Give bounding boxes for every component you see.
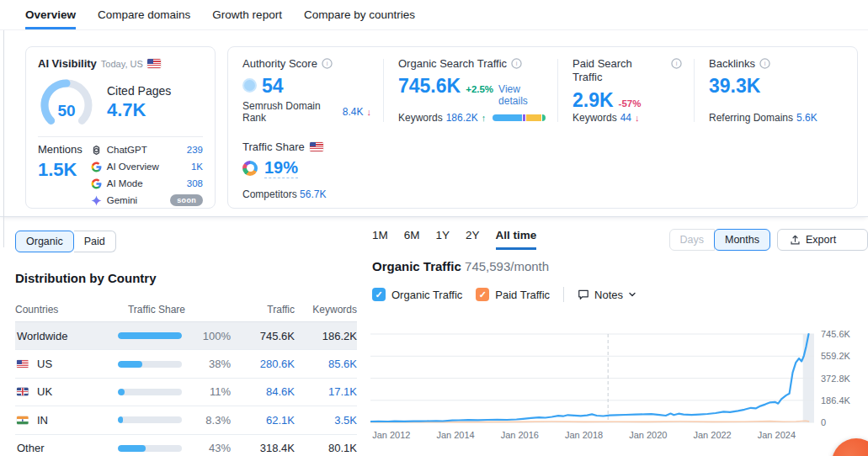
platform-row-ai-overview[interactable]: AI Overview 1K	[91, 160, 203, 173]
organic-search-traffic-block: Organic Search Traffic i 745.6K +2.5% Vi…	[384, 57, 557, 124]
range-tab-1m[interactable]: 1M	[372, 229, 388, 250]
table-row-in[interactable]: IN 8.3% 62.1K 3.5K	[15, 406, 357, 434]
table-row-worldwide[interactable]: Worldwide 100% 745.6K 186.2K	[15, 322, 357, 350]
view-details-link[interactable]: View details	[498, 83, 546, 107]
google-icon	[91, 162, 102, 172]
us-flag-icon	[310, 142, 323, 151]
export-label: Export	[806, 234, 836, 246]
paid-search-traffic-block: Paid Search Traffic i 2.9K -57% Keywords…	[558, 57, 694, 124]
chart-subtitle: 745,593/month	[465, 259, 549, 273]
chevron-down-icon	[628, 290, 636, 299]
x-axis-tick: Jan 2012	[372, 430, 410, 440]
traffic-value[interactable]: 84.6K	[231, 385, 295, 398]
authority-score-value: 54	[262, 75, 284, 98]
country-table: Countries Traffic Share Traffic Keywords…	[15, 297, 357, 456]
legend-organic-label: Organic Traffic	[391, 289, 462, 301]
months-toggle-button[interactable]: Months	[714, 229, 770, 251]
range-tabs: 1M 6M 1Y 2Y All time	[372, 229, 536, 250]
platform-row-gemini[interactable]: Gemini soon	[91, 194, 203, 207]
tab-growth-report[interactable]: Growth report	[212, 0, 282, 29]
referring-domains-value[interactable]: 5.6K	[796, 112, 817, 124]
keywords-value[interactable]: 17.1K	[295, 385, 357, 398]
share-bar	[118, 361, 182, 368]
export-button[interactable]: Export	[777, 229, 868, 251]
col-traffic: Traffic	[231, 304, 295, 315]
share-bar	[118, 416, 182, 423]
col-keywords: Keywords	[295, 304, 357, 315]
share-bar	[118, 389, 182, 395]
window-edge	[3, 30, 4, 247]
country-table-header: Countries Traffic Share Traffic Keywords	[15, 297, 357, 322]
x-axis-tick: Jan 2014	[436, 430, 474, 440]
traffic-value[interactable]: 280.6K	[231, 358, 295, 370]
domain-rank-label: Semrush Domain Rank	[242, 100, 339, 124]
checked-checkbox-icon: ✓	[372, 288, 386, 301]
referring-domains-label: Referring Domains	[709, 112, 793, 124]
share-bar	[118, 445, 182, 452]
paid-traffic-change: -57%	[619, 98, 642, 109]
competitors-value[interactable]: 56.7K	[300, 188, 326, 200]
organic-toggle-button[interactable]: Organic	[15, 231, 74, 252]
paid-traffic-value: 2.9K	[572, 89, 614, 112]
gemini-icon	[91, 195, 102, 206]
x-axis-tick: Jan 2018	[565, 430, 603, 440]
days-toggle-button[interactable]: Days	[669, 229, 715, 251]
col-countries: Countries	[15, 304, 118, 315]
domain-metrics-card: Authority Score i 54 Semrush Domain Rank…	[227, 46, 858, 209]
organic-traffic-checkbox[interactable]: ✓ Organic Traffic	[372, 288, 462, 301]
tab-overview[interactable]: Overview	[25, 0, 76, 29]
range-tab-6m[interactable]: 6M	[404, 229, 420, 250]
tab-compare-by-countries[interactable]: Compare by countries	[304, 0, 415, 29]
svg-text:i: i	[516, 60, 518, 67]
notes-dropdown[interactable]: Notes	[578, 289, 636, 301]
info-icon[interactable]: i	[322, 58, 333, 69]
keywords-value[interactable]: 186.2K	[446, 112, 478, 124]
ai-visibility-card: AI Visibility Today, US 50 Cited Pages 4…	[25, 46, 216, 209]
traffic-share-donut-icon	[242, 161, 258, 176]
traffic-chart: 745.6K559.2K372.8K186.4K0 Jan 2012Jan 20…	[370, 331, 861, 443]
organic-traffic-label: Organic Search Traffic	[398, 57, 507, 71]
ai-visibility-score: 50	[38, 102, 95, 120]
authority-score-block: Authority Score i 54 Semrush Domain Rank…	[228, 57, 383, 124]
keywords-value[interactable]: 3.5K	[295, 414, 357, 427]
ai-visibility-title: AI Visibility	[38, 57, 97, 70]
range-tab-1y[interactable]: 1Y	[436, 229, 450, 250]
organic-traffic-change: +2.5%	[466, 84, 493, 94]
platform-row-chatgpt[interactable]: ChatGPT 239	[91, 143, 203, 156]
paid-toggle-button[interactable]: Paid	[74, 231, 116, 252]
info-icon[interactable]: i	[671, 58, 682, 69]
mentions-value: 1.5K	[38, 159, 83, 181]
table-row-us[interactable]: US 38% 280.6K 85.6K	[15, 350, 357, 378]
domain-rank-value[interactable]: 8.4K	[343, 106, 364, 118]
tab-compare-domains[interactable]: Compare domains	[98, 0, 190, 29]
uk-flag-icon	[17, 388, 29, 395]
platform-row-ai-mode[interactable]: AI Mode 308	[91, 177, 203, 190]
svg-text:i: i	[764, 60, 766, 67]
traffic-value[interactable]: 62.1K	[231, 414, 295, 427]
table-row-other[interactable]: Other 43% 318.4K 80.1K	[15, 435, 357, 456]
keywords-value[interactable]: 44	[620, 112, 631, 124]
keywords-value[interactable]: 85.6K	[295, 358, 357, 370]
platform-name: ChatGPT	[107, 145, 182, 155]
top-navigation: Overview Compare domains Growth report C…	[0, 0, 868, 30]
traffic-share-value[interactable]: 19%	[264, 158, 298, 178]
distribution-panel: Organic Paid Distribution by Country Cou…	[0, 217, 364, 456]
paid-traffic-label: Paid Search Traffic	[572, 57, 645, 85]
x-axis-tick: Jan 2024	[758, 430, 796, 440]
platform-value: 1K	[191, 162, 203, 172]
info-icon[interactable]: i	[511, 58, 522, 69]
range-tab-all-time[interactable]: All time	[496, 229, 537, 250]
info-icon[interactable]: i	[759, 58, 770, 69]
mentions-label: Mentions	[38, 143, 83, 156]
export-icon	[790, 235, 801, 246]
down-arrow-icon: ↓	[635, 113, 640, 123]
country-name: Worldwide	[15, 330, 118, 342]
table-row-uk[interactable]: UK 11% 84.6K 17.1K	[15, 379, 357, 406]
keywords-distribution-bar	[493, 114, 546, 121]
range-tab-2y[interactable]: 2Y	[466, 229, 480, 250]
organic-traffic-value: 745.6K	[398, 75, 461, 98]
platform-name: AI Overview	[107, 162, 186, 172]
paid-traffic-checkbox[interactable]: ✓ Paid Traffic	[476, 288, 550, 301]
share-value: 11%	[185, 385, 231, 398]
keywords-value: 186.2K	[295, 330, 357, 342]
